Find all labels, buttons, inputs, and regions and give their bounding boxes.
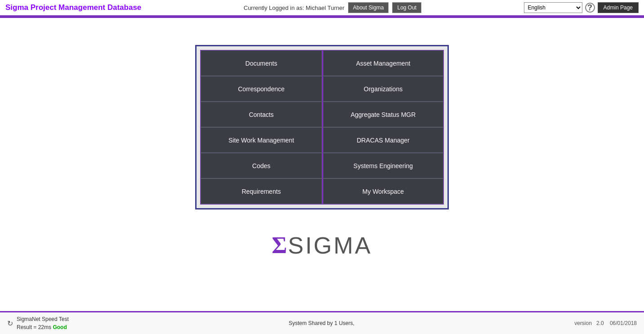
- header-right: English Spanish French ? Admin Page: [524, 2, 639, 13]
- nav-contacts[interactable]: Contacts: [201, 102, 322, 127]
- app-header: Sigma Project Management Database Curren…: [0, 0, 644, 16]
- nav-correspondence[interactable]: Correspondence: [201, 76, 322, 102]
- footer-version: version 2.0 06/01/2018: [574, 320, 637, 326]
- footer-left: ↻ SigmaNet Speed Test Result = 22ms Good: [7, 315, 69, 331]
- nav-requirements[interactable]: Requirements: [201, 178, 322, 204]
- refresh-icon[interactable]: ↻: [7, 319, 13, 328]
- speed-result: Result = 22ms Good: [17, 323, 69, 331]
- speed-status: Good: [53, 324, 67, 330]
- nav-documents[interactable]: Documents: [201, 50, 322, 76]
- nav-aggregate-status-mgr[interactable]: Aggregate Status MGR: [322, 102, 443, 127]
- nav-my-workspace[interactable]: My Workspace: [322, 178, 443, 204]
- about-sigma-button[interactable]: About Sigma: [348, 2, 389, 13]
- nav-codes[interactable]: Codes: [201, 153, 322, 178]
- nav-asset-management[interactable]: Asset Management: [322, 50, 443, 76]
- help-button[interactable]: ?: [585, 3, 595, 13]
- logo-section: Σ SIGMA: [272, 232, 372, 259]
- language-select[interactable]: English Spanish French: [524, 2, 582, 13]
- nav-dracas-manager[interactable]: DRACAS Manager: [322, 127, 443, 153]
- nav-grid-outer: Documents Asset Management Correspondenc…: [195, 45, 449, 209]
- sigma-logo: Σ SIGMA: [272, 232, 372, 259]
- logout-button[interactable]: Log Out: [392, 2, 421, 13]
- logged-in-text: Currently Logged in as: Michael Turner: [244, 4, 344, 11]
- nav-organizations[interactable]: Organizations: [322, 76, 443, 102]
- nav-systems-engineering[interactable]: Systems Engineering: [322, 153, 443, 178]
- nav-grid: Documents Asset Management Correspondenc…: [200, 50, 444, 205]
- nav-site-work-management[interactable]: Site Work Management: [201, 127, 322, 153]
- app-footer: ↻ SigmaNet Speed Test Result = 22ms Good…: [0, 311, 644, 334]
- speed-test-info: SigmaNet Speed Test Result = 22ms Good: [17, 315, 69, 331]
- admin-page-button[interactable]: Admin Page: [598, 2, 639, 13]
- main-content: Documents Asset Management Correspondenc…: [0, 18, 644, 311]
- sigma-text: SIGMA: [288, 232, 372, 259]
- footer-shared-info: System Shared by 1 Users,: [289, 320, 354, 326]
- speed-test-label: SigmaNet Speed Test: [17, 315, 69, 323]
- app-title: Sigma Project Management Database: [5, 3, 141, 12]
- header-center: Currently Logged in as: Michael Turner A…: [244, 2, 421, 13]
- sigma-symbol-icon: Σ: [272, 234, 287, 257]
